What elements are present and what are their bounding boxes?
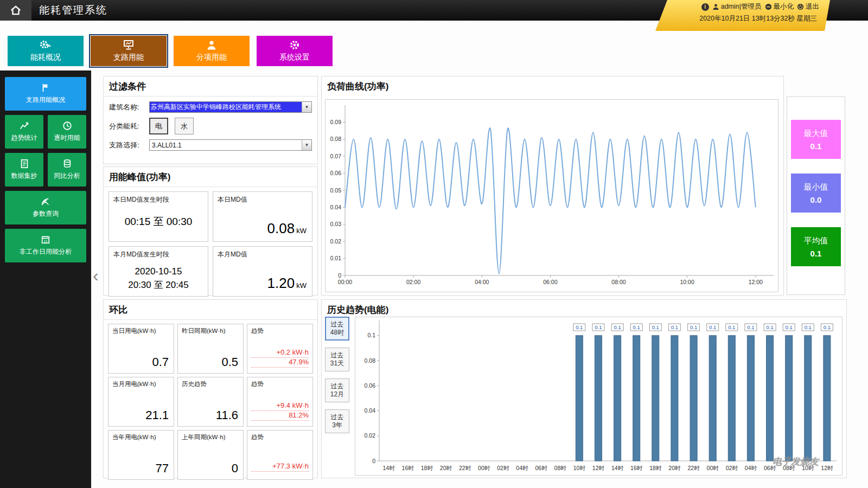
sidebar-collapse-chevron[interactable]: ‹ (93, 267, 99, 284)
bar-value-label: 0.1 (576, 324, 583, 330)
bar (747, 336, 754, 461)
bar (786, 336, 793, 461)
person-icon (206, 40, 217, 50)
sidebar-item-nonworkday-analysis[interactable]: 12 非工作日用能分析 (5, 229, 86, 262)
x-tick-label: 10时 (573, 465, 586, 471)
trend-percent: 81.2% (251, 411, 309, 421)
category-label: 分类能耗: (109, 121, 149, 131)
y-tick-label: 0.09 (330, 119, 342, 125)
stat-value: 0.1 (810, 142, 822, 151)
bar (709, 336, 716, 461)
trend-card: 趋势 +77.3 kW·h (247, 430, 313, 480)
peak-card-label: 本月MD值 (218, 250, 247, 259)
x-tick-label: 10:00 (680, 279, 694, 285)
branch-select[interactable]: 3.ALL01.1 ▼ (149, 139, 312, 151)
load-curve-panel: 负荷曲线(功率) 00.010.020.030.040.050.060.070.… (321, 76, 784, 296)
building-label: 建筑名称: (109, 102, 149, 112)
tab-system-settings[interactable]: 系统设置 (257, 36, 333, 66)
x-tick-label: 06:00 (543, 279, 557, 285)
database-icon (62, 159, 72, 169)
bar-value-label: 0.1 (786, 324, 793, 330)
peak-card-unit: kW (296, 281, 307, 290)
card-value: 0.5 (221, 355, 238, 369)
load-curve-svg: 00.010.020.030.040.050.060.070.080.0900:… (326, 100, 778, 292)
sidebar-item-label: 数据集抄 (11, 171, 37, 181)
stat-label: 最大值 (804, 129, 828, 139)
x-tick-label: 12时 (821, 465, 833, 471)
minimize-icon (765, 3, 772, 10)
x-tick-label: 00时 (478, 465, 490, 471)
range-button-12m[interactable]: 过去 12月 (325, 378, 349, 402)
card-value: 77 (156, 461, 169, 476)
bar (728, 336, 735, 461)
range-button-48h[interactable]: 过去 48时 (325, 317, 349, 341)
card-label: 上年同期(kW·h) (182, 433, 226, 441)
tab-category-energy[interactable]: 分项用能 (174, 36, 250, 66)
sidebar-item-hourly-energy[interactable]: 逐时用能 (48, 115, 86, 149)
home-button[interactable] (0, 0, 31, 21)
power-icon (797, 3, 804, 10)
range-button-3y[interactable]: 过去 3年 (325, 409, 349, 433)
tab-branch-energy[interactable]: 支路用能 (91, 36, 167, 66)
x-tick-label: 20时 (668, 465, 681, 471)
tab-label: 分项用能 (196, 53, 227, 62)
info-icon[interactable]: i (701, 3, 709, 11)
sidebar-item-meter-reading[interactable]: 数据集抄 (5, 153, 43, 187)
range-label: 48时 (330, 329, 344, 337)
sidebar-item-trend-stats[interactable]: 趋势统计 (5, 115, 43, 149)
sidebar-item-yoy-analysis[interactable]: 同比分析 (48, 153, 86, 187)
load-curve-chart: 00.010.020.030.040.050.060.070.080.0900:… (325, 99, 778, 292)
range-label: 过去 (331, 413, 344, 421)
sidebar-item-parameter-query[interactable]: 参数查询 (5, 191, 86, 224)
calendar-icon: 12 (41, 235, 50, 245)
app-title: 能耗管理系统 (39, 3, 107, 17)
bar (805, 336, 812, 461)
stat-label: 平均值 (804, 236, 828, 246)
peak-panel: 用能峰值(功率) 本日MD值发生时段 00:15 至 00:30 本日MD值 0… (103, 166, 318, 296)
peak-card-month-md: 本月MD值 1.20kW (213, 246, 312, 297)
y-tick-label: 0.06 (365, 382, 376, 389)
range-button-31d[interactable]: 过去 31天 (325, 348, 349, 371)
x-tick-label: 12时 (592, 465, 605, 471)
peak-card-today-md: 本日MD值 0.08kW (213, 191, 312, 242)
card-label: 趋势 (251, 380, 264, 388)
stat-value: 0.1 (810, 249, 822, 258)
x-tick-label: 06时 (535, 465, 548, 471)
trend-chart-icon (20, 121, 29, 131)
x-tick-label: 18时 (421, 465, 433, 471)
peak-card-value: 0.08 (267, 220, 295, 236)
card-label: 当日用电(kW·h) (112, 327, 156, 335)
trend-delta: +0.2 kW·h (251, 348, 309, 358)
x-tick-label: 16时 (630, 465, 643, 471)
y-tick-label: 0.08 (365, 357, 376, 364)
user-name: admin|管理员 (721, 2, 762, 11)
tab-label: 能耗概况 (30, 53, 61, 62)
bar (824, 336, 831, 461)
peak-card-label: 本日MD值 (218, 195, 247, 204)
datetime: 2020年10月21日 13时13分32秒 星期三 (655, 14, 830, 23)
sidebar-item-label: 参数查询 (33, 209, 59, 219)
category-option-electric[interactable]: 电 (149, 118, 168, 134)
building-select[interactable]: 苏州高新区实验中学锦峰路校区能耗管理系统 ▼ (149, 101, 312, 113)
filter-panel-title: 过滤条件 (104, 76, 317, 97)
comparison-card: 历史趋势 11.6 (177, 377, 244, 427)
x-tick-label: 14时 (383, 465, 395, 471)
comparison-card: 当年用电(kW·h) 77 (108, 430, 174, 480)
peak-card-month-time: 本月MD值发生时段 2020-10-15 20:30 至 20:45 (108, 246, 208, 297)
logout-button[interactable]: 退出 (797, 2, 819, 11)
comparison-card: 当月用电(kW·h) 21.1 (108, 377, 174, 427)
bar-value-label: 0.1 (652, 324, 659, 330)
branch-label: 支路选择: (109, 140, 149, 150)
category-option-water[interactable]: 水 (175, 118, 194, 134)
user-menu[interactable]: admin|管理员 (712, 2, 762, 11)
minimize-button[interactable]: 最小化 (765, 2, 794, 11)
chevron-down-icon[interactable]: ▼ (302, 102, 311, 112)
x-tick-label: 04:00 (475, 279, 489, 285)
trend-card: 趋势 +9.4 kW·h 81.2% (247, 377, 313, 427)
chevron-down-icon[interactable]: ▼ (302, 140, 311, 150)
tab-energy-overview[interactable]: 能耗概况 (8, 36, 84, 66)
load-curve-title: 负荷曲线(功率) (322, 76, 783, 96)
range-label: 过去 (331, 320, 344, 329)
bar (633, 336, 640, 461)
sidebar-item-branch-overview[interactable]: 支路用能概况 (5, 77, 86, 111)
